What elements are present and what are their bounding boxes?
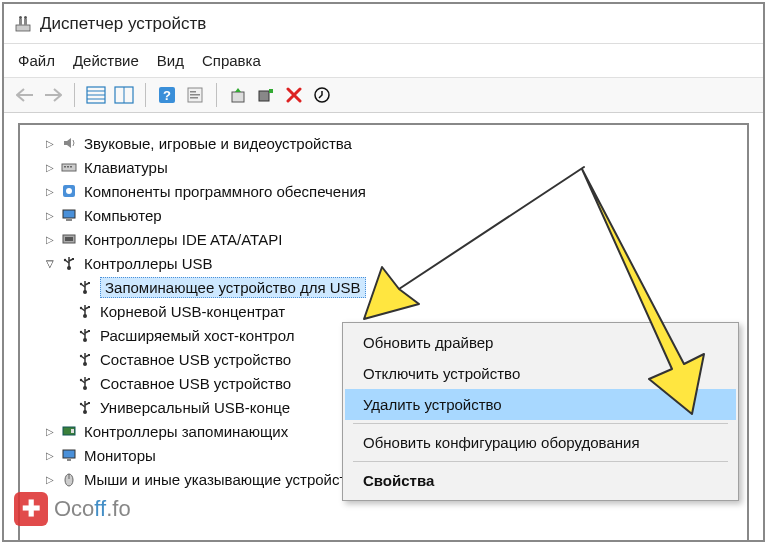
usb-icon [76,278,94,296]
watermark: ✚ Ocoff.fo [14,492,131,526]
collapse-icon[interactable]: ▽ [44,257,56,269]
menubar: Файл Действие Вид Справка [4,44,763,77]
context-menu: Обновить драйвер Отключить устройство Уд… [342,322,739,501]
monitor-icon [60,446,78,464]
node-label: Составное USB устройство [100,375,291,392]
help-button[interactable]: ? [154,82,180,108]
forward-button [40,82,66,108]
usb-icon [76,374,94,392]
svg-rect-62 [67,459,71,461]
uninstall-button[interactable] [281,82,307,108]
svg-rect-28 [66,219,72,221]
window-title: Диспетчер устройств [40,14,206,34]
svg-point-3 [19,16,22,19]
expand-icon[interactable]: ▷ [44,185,56,197]
expand-icon[interactable]: ▷ [44,209,56,221]
computer-icon [60,206,78,224]
tree-node-usb-roothub[interactable]: Корневой USB-концентрат [20,299,747,323]
svg-rect-34 [72,258,74,260]
expand-icon[interactable]: ▷ [44,425,56,437]
svg-rect-38 [88,282,90,284]
svg-rect-15 [190,94,200,96]
cm-scan-hardware[interactable]: Обновить конфигурацию оборудования [345,427,736,458]
node-label-selected: Запоминающее устройство для USB [100,277,366,298]
tree-node-computer[interactable]: ▷ Компьютер [20,203,747,227]
tree-node-usb-controllers[interactable]: ▽ Контроллеры USB [20,251,747,275]
list-view-button[interactable] [111,82,137,108]
usb-icon [60,254,78,272]
svg-rect-61 [63,450,75,458]
properties-button[interactable] [182,82,208,108]
menu-help[interactable]: Справка [202,52,261,69]
device-manager-window: Диспетчер устройств Файл Действие Вид Сп… [2,2,765,542]
menu-view[interactable]: Вид [157,52,184,69]
menu-action[interactable]: Действие [73,52,139,69]
watermark-text: Ocoff.fo [54,496,131,522]
svg-rect-2 [24,19,27,25]
toolbar: ? [4,77,763,113]
cm-separator [353,461,728,462]
tree-node-usb-storage[interactable]: Запоминающее устройство для USB [20,275,747,299]
svg-rect-23 [67,166,69,168]
toolbar-separator [145,83,146,107]
svg-rect-1 [19,19,22,25]
svg-text:?: ? [163,88,171,103]
svg-rect-60 [71,429,74,433]
svg-rect-16 [190,97,198,99]
svg-point-26 [66,188,72,194]
expand-icon[interactable]: ▷ [44,233,56,245]
svg-rect-30 [65,237,73,241]
cm-properties[interactable]: Свойства [345,465,736,496]
svg-rect-42 [88,306,90,308]
node-label: Клавиатуры [84,159,168,176]
svg-rect-27 [63,210,75,218]
svg-point-4 [24,16,27,19]
back-button [12,82,38,108]
usb-icon [76,326,94,344]
watermark-badge-icon: ✚ [14,492,48,526]
tree-node-keyboards[interactable]: ▷ Клавиатуры [20,155,747,179]
svg-rect-58 [88,402,90,404]
tree-node-ide[interactable]: ▷ Контроллеры IDE ATA/ATAPI [20,227,747,251]
svg-rect-18 [259,91,269,101]
svg-point-49 [80,355,82,357]
node-label: Контроллеры IDE ATA/ATAPI [84,231,282,248]
tree-node-software[interactable]: ▷ Компоненты программного обеспечения [20,179,747,203]
scan-hardware-button[interactable] [253,82,279,108]
cm-uninstall-device[interactable]: Удалить устройство [345,389,736,420]
cm-update-driver[interactable]: Обновить драйвер [345,327,736,358]
usb-icon [76,350,94,368]
node-label: Контроллеры USB [84,255,213,272]
mouse-icon [60,470,78,488]
expand-icon[interactable]: ▷ [44,473,56,485]
speaker-icon [60,134,78,152]
tree-node-sound[interactable]: ▷ Звуковые, игровые и видеоустройства [20,131,747,155]
usb-icon [76,302,94,320]
usb-icon [76,398,94,416]
disable-button[interactable] [309,82,335,108]
svg-rect-24 [70,166,72,168]
svg-rect-19 [269,89,273,93]
svg-rect-14 [190,91,196,93]
expand-icon[interactable]: ▷ [44,449,56,461]
node-label: Компоненты программного обеспечения [84,183,366,200]
svg-point-53 [80,379,82,381]
expand-icon[interactable]: ▷ [44,161,56,173]
detail-view-button[interactable] [83,82,109,108]
svg-rect-46 [88,330,90,332]
svg-rect-50 [88,354,90,356]
svg-point-45 [80,331,82,333]
titlebar: Диспетчер устройств [4,4,763,44]
node-label: Мониторы [84,447,156,464]
toolbar-separator [74,83,75,107]
ide-icon [60,230,78,248]
cm-disable-device[interactable]: Отключить устройство [345,358,736,389]
app-icon [14,15,32,33]
svg-rect-0 [16,25,30,31]
menu-file[interactable]: Файл [18,52,55,69]
svg-point-33 [64,259,66,261]
node-label: Мыши и иные указывающие устройства [84,471,362,488]
node-label: Корневой USB-концентрат [100,303,285,320]
update-driver-button[interactable] [225,82,251,108]
expand-icon[interactable]: ▷ [44,137,56,149]
